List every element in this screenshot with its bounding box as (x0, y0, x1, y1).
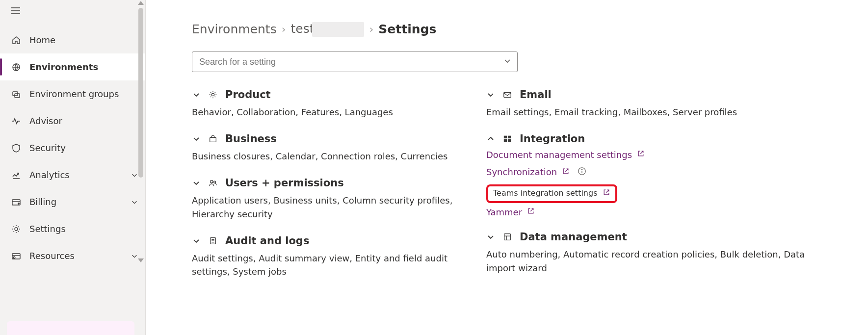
svg-point-15 (210, 180, 213, 182)
category-audit: Audit and logs Audit settings, Audit sum… (192, 235, 486, 279)
hamburger-icon (11, 6, 21, 18)
chevron-right-icon: › (282, 23, 286, 35)
shield-icon (11, 143, 22, 154)
chevron-down-icon (192, 91, 201, 99)
scrollbar[interactable] (137, 1, 144, 334)
chevron-down-icon (192, 179, 201, 187)
category-subtext: Business closures, Calendar, Connection … (192, 150, 486, 163)
category-title: Product (225, 89, 271, 101)
sidebar-item-label: Home (29, 35, 145, 45)
chevron-up-icon (486, 135, 495, 143)
windows-icon (502, 133, 513, 144)
mail-icon (502, 89, 513, 100)
sidebar-item-analytics[interactable]: Analytics (0, 161, 145, 188)
chevron-down-icon[interactable] (503, 57, 511, 67)
chevron-down-icon (192, 237, 201, 245)
sidebar-item-label: Settings (29, 224, 145, 234)
svg-rect-25 (508, 139, 511, 142)
svg-rect-24 (504, 139, 507, 142)
nav: Home Environments Environment groups (0, 24, 145, 269)
sidebar-item-resources[interactable]: Resources (0, 242, 145, 269)
category-header-data-management[interactable]: Data management (486, 231, 830, 243)
sidebar-item-label: Security (29, 143, 145, 153)
sidebar-item-home[interactable]: Home (0, 26, 145, 53)
billing-icon (11, 197, 22, 207)
sidebar-item-settings[interactable]: Settings (0, 215, 145, 242)
main: Environments › test › Settings Product B… (146, 0, 868, 292)
category-header-users[interactable]: Users + permissions (192, 177, 486, 189)
category-subtext: Application users, Business units, Colum… (192, 194, 486, 221)
scroll-up-icon[interactable] (138, 1, 144, 5)
svg-point-12 (13, 257, 15, 258)
link-label[interactable]: Synchronization (486, 167, 557, 177)
svg-rect-14 (210, 137, 216, 142)
integration-links: Document management settings Synchroniza… (486, 150, 830, 217)
category-email: Email Email settings, Email tracking, Ma… (486, 89, 830, 119)
link-yammer[interactable]: Yammer (486, 207, 830, 217)
sidebar-item-label: Analytics (29, 170, 116, 180)
external-link-icon (637, 150, 645, 159)
hamburger-button[interactable] (0, 0, 145, 24)
scroll-thumb[interactable] (138, 8, 143, 178)
sidebar-item-environment-groups[interactable]: Environment groups (0, 80, 145, 107)
breadcrumb-env-name[interactable]: test (290, 22, 364, 37)
svg-rect-23 (508, 136, 511, 138)
sidebar-item-environments[interactable]: Environments (0, 53, 145, 80)
breadcrumb-environments[interactable]: Environments (192, 22, 277, 36)
link-label[interactable]: Yammer (486, 207, 522, 217)
breadcrumb-current: Settings (378, 22, 436, 36)
category-subtext: Auto numbering, Automatic record creatio… (486, 248, 830, 275)
data-icon (502, 232, 513, 242)
external-link-icon (562, 167, 570, 177)
category-header-integration[interactable]: Integration (486, 133, 830, 145)
category-subtext: Email settings, Email tracking, Mailboxe… (486, 105, 830, 119)
link-document-management[interactable]: Document management settings (486, 150, 830, 160)
promo-card[interactable] (7, 321, 134, 335)
sidebar-item-security[interactable]: Security (0, 134, 145, 161)
sidebar-item-advisor[interactable]: Advisor (0, 107, 145, 134)
category-subtext: Behavior, Collaboration, Features, Langu… (192, 105, 486, 119)
chevron-right-icon: › (369, 23, 373, 35)
category-title: Integration (520, 133, 585, 145)
chevron-down-icon (486, 91, 495, 99)
link-label[interactable]: Teams integration settings (493, 188, 598, 198)
settings-col-left: Product Behavior, Collaboration, Feature… (192, 89, 486, 292)
sidebar-item-label: Environments (29, 62, 145, 72)
sidebar-item-label: Environment groups (29, 89, 145, 99)
category-product: Product Behavior, Collaboration, Feature… (192, 89, 486, 119)
category-integration: Integration Document management settings… (486, 133, 830, 217)
users-icon (208, 178, 218, 188)
breadcrumb: Environments › test › Settings (192, 22, 868, 37)
settings-col-right: Email Email settings, Email tracking, Ma… (486, 89, 830, 292)
category-header-email[interactable]: Email (486, 89, 830, 101)
analytics-icon (11, 170, 22, 180)
search-input[interactable] (198, 56, 503, 68)
sidebar-item-billing[interactable]: Billing (0, 188, 145, 215)
category-title: Email (520, 89, 552, 101)
gear-icon (208, 89, 218, 100)
svg-point-9 (15, 228, 18, 231)
link-label[interactable]: Document management settings (486, 150, 632, 160)
category-users: Users + permissions Application users, B… (192, 177, 486, 221)
link-teams-integration[interactable]: Teams integration settings (486, 184, 830, 207)
svg-point-8 (18, 203, 19, 204)
globe-icon (11, 62, 22, 73)
gear-icon (11, 224, 22, 234)
link-synchronization[interactable]: Synchronization (486, 167, 830, 178)
sidebar-item-label: Advisor (29, 116, 145, 126)
settings-search[interactable] (192, 52, 518, 72)
chevron-down-icon (192, 135, 201, 143)
environment-groups-icon (11, 89, 22, 100)
scroll-down-icon[interactable] (138, 258, 144, 262)
category-title: Business (225, 133, 277, 145)
svg-rect-29 (504, 234, 511, 240)
category-header-audit[interactable]: Audit and logs (192, 235, 486, 247)
category-data-management: Data management Auto numbering, Automati… (486, 231, 830, 275)
category-header-product[interactable]: Product (192, 89, 486, 101)
category-header-business[interactable]: Business (192, 133, 486, 145)
category-title: Users + permissions (225, 177, 344, 189)
sidebar: Home Environments Environment groups (0, 0, 146, 335)
pulse-icon (11, 116, 22, 127)
category-title: Data management (520, 231, 627, 243)
info-icon[interactable] (578, 167, 586, 178)
